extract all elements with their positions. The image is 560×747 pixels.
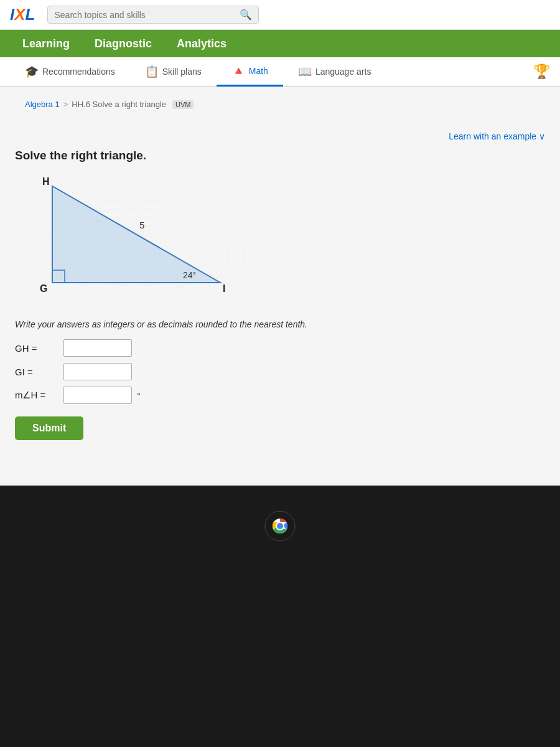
answer-form: GH = GI = m∠H = ° [15, 339, 545, 404]
sub-nav-math[interactable]: 🔺 Math [217, 57, 283, 87]
svg-marker-6 [52, 186, 220, 283]
logo-l: L [26, 5, 35, 24]
uvm-badge: UVM [172, 100, 194, 109]
vertex-i: I [223, 283, 225, 294]
angle-label: 24° [183, 270, 196, 280]
degree-symbol: ° [137, 390, 141, 401]
nav-bar: Learning Diagnostic Analytics [0, 30, 560, 57]
search-bar[interactable]: 🔍 [47, 6, 259, 24]
breadcrumb-row: Algebra 1 > HH.6 Solve a right triangle … [0, 87, 560, 121]
submit-button[interactable]: Submit [15, 416, 83, 440]
learn-example-chevron: ∨ [539, 131, 545, 141]
sub-nav-skill-plans[interactable]: 📋 Skill plans [130, 57, 217, 87]
problem-title: Solve the right triangle. [15, 149, 545, 162]
svg-point-10 [277, 523, 283, 529]
answer-row-gh: GH = [15, 339, 545, 357]
breadcrumb: Algebra 1 > HH.6 Solve a right triangle … [12, 93, 206, 115]
math-icon: 🔺 [231, 64, 245, 78]
logo[interactable]: I X L [10, 5, 35, 24]
language-arts-icon: 📖 [298, 65, 312, 78]
sub-nav-recommendations-label: Recommendations [42, 67, 115, 77]
skill-plans-icon: 📋 [145, 65, 159, 78]
breadcrumb-skill: HH.6 Solve a right triangle [72, 100, 166, 109]
nav-learning[interactable]: Learning [10, 30, 82, 57]
chrome-icon [264, 510, 296, 542]
learn-example-text: Learn with an example [449, 131, 536, 141]
sub-nav: 🎓 Recommendations 📋 Skill plans 🔺 Math 📖… [0, 57, 560, 87]
answer-row-mzh: m∠H = ° [15, 387, 545, 404]
gi-input[interactable] [63, 363, 132, 380]
sub-nav-skill-plans-label: Skill plans [162, 67, 202, 77]
search-input[interactable] [54, 10, 235, 20]
gh-label: GH = [15, 343, 58, 354]
search-icon: 🔍 [240, 9, 252, 21]
sub-nav-language-arts-label: Language arts [315, 67, 371, 77]
gi-label: GI = [15, 367, 58, 377]
learn-example-button[interactable]: Learn with an example ∨ [15, 128, 545, 149]
triangle-svg: H G I 5 24° [15, 174, 251, 311]
nav-diagnostic[interactable]: Diagnostic [82, 30, 164, 57]
top-bar: I X L 🔍 [0, 0, 560, 30]
logo-x: X [14, 5, 25, 24]
recommendations-icon: 🎓 [25, 65, 39, 78]
sub-nav-recommendations[interactable]: 🎓 Recommendations [10, 57, 130, 87]
sub-nav-language-arts[interactable]: 📖 Language arts [283, 57, 386, 87]
vertex-g: G [40, 283, 47, 294]
mzh-input[interactable] [63, 387, 132, 404]
vertex-h: H [42, 176, 50, 187]
trophy-icon: 🏆 [533, 63, 550, 80]
main-content: Learn with an example ∨ Solve the right … [0, 121, 560, 453]
sub-nav-math-label: Math [249, 66, 268, 76]
gh-input[interactable] [63, 339, 132, 357]
triangle-diagram: H G I 5 24° [15, 174, 251, 311]
breadcrumb-course[interactable]: Algebra 1 [25, 100, 60, 109]
nav-analytics[interactable]: Analytics [164, 30, 239, 57]
bottom-dark-area [0, 486, 560, 747]
instructions: Write your answers as integers or as dec… [15, 319, 545, 329]
mzh-label: m∠H = [15, 390, 58, 401]
breadcrumb-chevron: > [63, 100, 68, 109]
answer-row-gi: GI = [15, 363, 545, 380]
hypotenuse-label: 5 [139, 220, 144, 230]
